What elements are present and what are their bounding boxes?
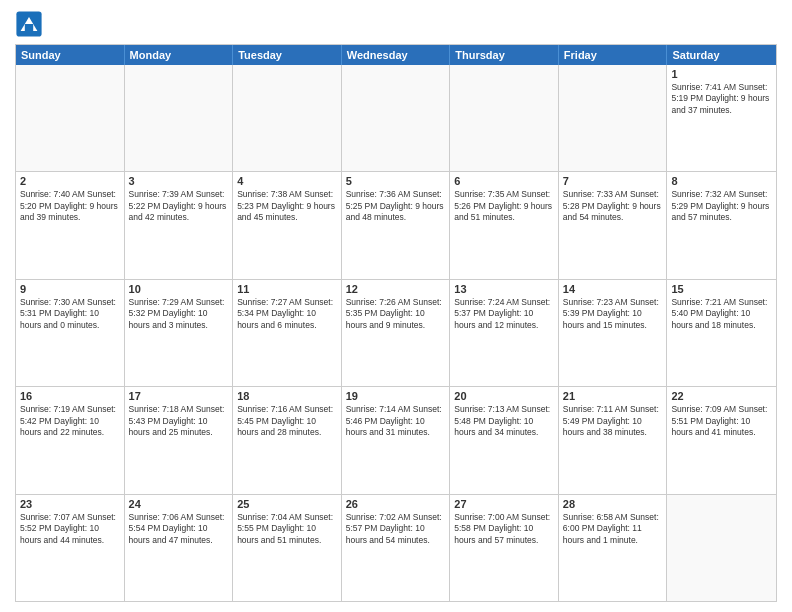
cell-info: Sunrise: 7:39 AM Sunset: 5:22 PM Dayligh…	[129, 189, 229, 223]
page: SundayMondayTuesdayWednesdayThursdayFrid…	[0, 0, 792, 612]
header	[15, 10, 777, 38]
cell-info: Sunrise: 7:18 AM Sunset: 5:43 PM Dayligh…	[129, 404, 229, 438]
week-row-1: 2Sunrise: 7:40 AM Sunset: 5:20 PM Daylig…	[16, 172, 776, 279]
day-number: 12	[346, 283, 446, 295]
header-day-sunday: Sunday	[16, 45, 125, 65]
day-number: 6	[454, 175, 554, 187]
cell-info: Sunrise: 7:19 AM Sunset: 5:42 PM Dayligh…	[20, 404, 120, 438]
cell-info: Sunrise: 7:24 AM Sunset: 5:37 PM Dayligh…	[454, 297, 554, 331]
cell-info: Sunrise: 7:14 AM Sunset: 5:46 PM Dayligh…	[346, 404, 446, 438]
cell-info: Sunrise: 7:32 AM Sunset: 5:29 PM Dayligh…	[671, 189, 772, 223]
week-row-2: 9Sunrise: 7:30 AM Sunset: 5:31 PM Daylig…	[16, 280, 776, 387]
day-number: 23	[20, 498, 120, 510]
cell-info: Sunrise: 7:00 AM Sunset: 5:58 PM Dayligh…	[454, 512, 554, 546]
day-number: 16	[20, 390, 120, 402]
day-number: 27	[454, 498, 554, 510]
cell-info: Sunrise: 7:38 AM Sunset: 5:23 PM Dayligh…	[237, 189, 337, 223]
day-number: 21	[563, 390, 663, 402]
day-number: 5	[346, 175, 446, 187]
svg-rect-2	[25, 24, 33, 31]
cell-info: Sunrise: 7:29 AM Sunset: 5:32 PM Dayligh…	[129, 297, 229, 331]
cal-cell: 8Sunrise: 7:32 AM Sunset: 5:29 PM Daylig…	[667, 172, 776, 278]
day-number: 18	[237, 390, 337, 402]
cell-info: Sunrise: 7:26 AM Sunset: 5:35 PM Dayligh…	[346, 297, 446, 331]
cell-info: Sunrise: 7:36 AM Sunset: 5:25 PM Dayligh…	[346, 189, 446, 223]
cell-info: Sunrise: 7:21 AM Sunset: 5:40 PM Dayligh…	[671, 297, 772, 331]
cal-cell: 15Sunrise: 7:21 AM Sunset: 5:40 PM Dayli…	[667, 280, 776, 386]
header-day-tuesday: Tuesday	[233, 45, 342, 65]
cal-cell: 3Sunrise: 7:39 AM Sunset: 5:22 PM Daylig…	[125, 172, 234, 278]
day-number: 11	[237, 283, 337, 295]
cal-cell: 12Sunrise: 7:26 AM Sunset: 5:35 PM Dayli…	[342, 280, 451, 386]
cal-cell: 17Sunrise: 7:18 AM Sunset: 5:43 PM Dayli…	[125, 387, 234, 493]
cal-cell: 4Sunrise: 7:38 AM Sunset: 5:23 PM Daylig…	[233, 172, 342, 278]
cal-cell: 23Sunrise: 7:07 AM Sunset: 5:52 PM Dayli…	[16, 495, 125, 601]
header-day-friday: Friday	[559, 45, 668, 65]
day-number: 7	[563, 175, 663, 187]
cal-cell: 25Sunrise: 7:04 AM Sunset: 5:55 PM Dayli…	[233, 495, 342, 601]
cell-info: Sunrise: 7:07 AM Sunset: 5:52 PM Dayligh…	[20, 512, 120, 546]
cal-cell: 24Sunrise: 7:06 AM Sunset: 5:54 PM Dayli…	[125, 495, 234, 601]
calendar: SundayMondayTuesdayWednesdayThursdayFrid…	[15, 44, 777, 602]
day-number: 15	[671, 283, 772, 295]
cal-cell: 10Sunrise: 7:29 AM Sunset: 5:32 PM Dayli…	[125, 280, 234, 386]
cell-info: Sunrise: 7:35 AM Sunset: 5:26 PM Dayligh…	[454, 189, 554, 223]
day-number: 8	[671, 175, 772, 187]
cal-cell: 20Sunrise: 7:13 AM Sunset: 5:48 PM Dayli…	[450, 387, 559, 493]
cell-info: Sunrise: 7:33 AM Sunset: 5:28 PM Dayligh…	[563, 189, 663, 223]
cell-info: Sunrise: 7:16 AM Sunset: 5:45 PM Dayligh…	[237, 404, 337, 438]
cal-cell: 22Sunrise: 7:09 AM Sunset: 5:51 PM Dayli…	[667, 387, 776, 493]
cell-info: Sunrise: 7:09 AM Sunset: 5:51 PM Dayligh…	[671, 404, 772, 438]
calendar-header: SundayMondayTuesdayWednesdayThursdayFrid…	[16, 45, 776, 65]
cal-cell: 26Sunrise: 7:02 AM Sunset: 5:57 PM Dayli…	[342, 495, 451, 601]
header-day-monday: Monday	[125, 45, 234, 65]
cell-info: Sunrise: 7:23 AM Sunset: 5:39 PM Dayligh…	[563, 297, 663, 331]
day-number: 17	[129, 390, 229, 402]
header-day-wednesday: Wednesday	[342, 45, 451, 65]
day-number: 3	[129, 175, 229, 187]
day-number: 2	[20, 175, 120, 187]
cell-info: Sunrise: 7:41 AM Sunset: 5:19 PM Dayligh…	[671, 82, 772, 116]
cal-cell	[667, 495, 776, 601]
cal-cell: 19Sunrise: 7:14 AM Sunset: 5:46 PM Dayli…	[342, 387, 451, 493]
cal-cell	[559, 65, 668, 171]
day-number: 19	[346, 390, 446, 402]
cal-cell: 1Sunrise: 7:41 AM Sunset: 5:19 PM Daylig…	[667, 65, 776, 171]
cal-cell: 21Sunrise: 7:11 AM Sunset: 5:49 PM Dayli…	[559, 387, 668, 493]
header-day-thursday: Thursday	[450, 45, 559, 65]
cal-cell: 16Sunrise: 7:19 AM Sunset: 5:42 PM Dayli…	[16, 387, 125, 493]
day-number: 4	[237, 175, 337, 187]
cal-cell	[342, 65, 451, 171]
cal-cell: 6Sunrise: 7:35 AM Sunset: 5:26 PM Daylig…	[450, 172, 559, 278]
day-number: 13	[454, 283, 554, 295]
day-number: 22	[671, 390, 772, 402]
cal-cell: 28Sunrise: 6:58 AM Sunset: 6:00 PM Dayli…	[559, 495, 668, 601]
day-number: 24	[129, 498, 229, 510]
day-number: 14	[563, 283, 663, 295]
cal-cell: 18Sunrise: 7:16 AM Sunset: 5:45 PM Dayli…	[233, 387, 342, 493]
day-number: 9	[20, 283, 120, 295]
cal-cell: 13Sunrise: 7:24 AM Sunset: 5:37 PM Dayli…	[450, 280, 559, 386]
header-day-saturday: Saturday	[667, 45, 776, 65]
cal-cell: 27Sunrise: 7:00 AM Sunset: 5:58 PM Dayli…	[450, 495, 559, 601]
cell-info: Sunrise: 7:02 AM Sunset: 5:57 PM Dayligh…	[346, 512, 446, 546]
logo	[15, 10, 47, 38]
cal-cell: 14Sunrise: 7:23 AM Sunset: 5:39 PM Dayli…	[559, 280, 668, 386]
logo-icon	[15, 10, 43, 38]
cal-cell	[233, 65, 342, 171]
cell-info: Sunrise: 7:04 AM Sunset: 5:55 PM Dayligh…	[237, 512, 337, 546]
cell-info: Sunrise: 7:11 AM Sunset: 5:49 PM Dayligh…	[563, 404, 663, 438]
cal-cell: 7Sunrise: 7:33 AM Sunset: 5:28 PM Daylig…	[559, 172, 668, 278]
cal-cell	[125, 65, 234, 171]
day-number: 20	[454, 390, 554, 402]
day-number: 25	[237, 498, 337, 510]
day-number: 1	[671, 68, 772, 80]
calendar-body: 1Sunrise: 7:41 AM Sunset: 5:19 PM Daylig…	[16, 65, 776, 601]
week-row-0: 1Sunrise: 7:41 AM Sunset: 5:19 PM Daylig…	[16, 65, 776, 172]
cal-cell: 9Sunrise: 7:30 AM Sunset: 5:31 PM Daylig…	[16, 280, 125, 386]
cell-info: Sunrise: 7:13 AM Sunset: 5:48 PM Dayligh…	[454, 404, 554, 438]
week-row-3: 16Sunrise: 7:19 AM Sunset: 5:42 PM Dayli…	[16, 387, 776, 494]
day-number: 28	[563, 498, 663, 510]
day-number: 10	[129, 283, 229, 295]
cal-cell	[450, 65, 559, 171]
